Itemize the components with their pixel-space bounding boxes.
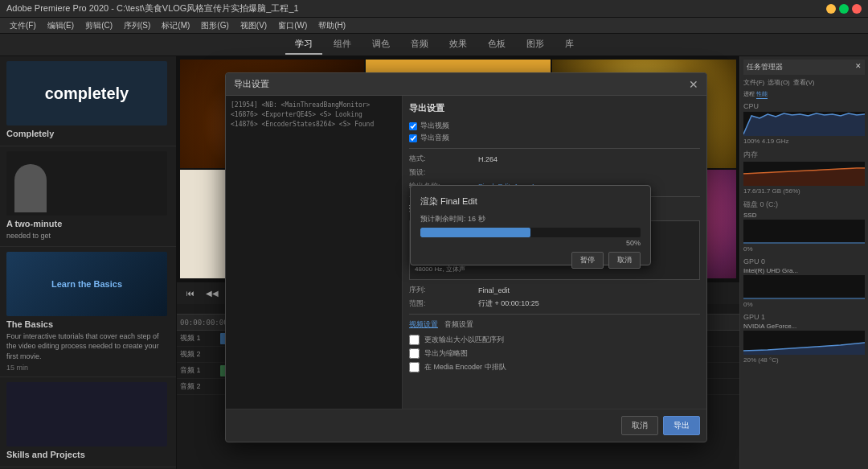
task-menu-file[interactable]: 文件(F) (743, 78, 764, 87)
card-completely-image: completely (6, 61, 167, 125)
export-section-title: 导出设置 (409, 102, 700, 114)
export-range-value: 行进 + 00:00:10:25 (478, 298, 700, 309)
task-manager-title-bar: 任务管理器 ✕ (743, 60, 865, 75)
track-label-v2: 视频 2 (180, 349, 220, 360)
task-manager-title: 任务管理器 (747, 62, 783, 72)
task-gpu1-label: GPU 1 (743, 313, 865, 321)
track-label-v1: 视频 1 (180, 333, 220, 344)
export-checkbox1[interactable] (409, 335, 420, 345)
task-section-disk: 磁盘 0 (C:) SSD 0% (743, 200, 865, 253)
progress-percent: 50% (420, 239, 641, 247)
export-tab-video[interactable]: 视频设置 (409, 319, 438, 330)
menu-help[interactable]: 帮助(H) (313, 19, 350, 33)
tab-graphics[interactable]: 图形 (517, 35, 554, 55)
tab-effects[interactable]: 效果 (440, 35, 477, 55)
menu-bar: 文件(F) 编辑(E) 剪辑(C) 序列(S) 标记(M) 图形(G) 视图(V… (0, 18, 868, 34)
learn-card-completely[interactable]: completely Completely (0, 56, 176, 146)
menu-view[interactable]: 视图(V) (235, 19, 272, 33)
svg-marker-1 (743, 168, 865, 186)
export-checkbox-row3: 在 Media Encoder 中排队 (409, 362, 700, 372)
task-manager-close-icon[interactable]: ✕ (855, 62, 862, 72)
task-cpu-label: CPU (743, 102, 865, 110)
title-bar-title: Adobe Premiere Pro 2020 - C:\test\美食VLOG… (6, 2, 299, 14)
progress-bar-fill (420, 228, 530, 237)
task-disk-label: 磁盘 0 (C:) (743, 200, 865, 210)
export-export-button[interactable]: 导出 (663, 416, 700, 435)
progress-cancel-button[interactable]: 取消 (608, 252, 641, 269)
card-skills-image (6, 382, 167, 446)
export-video-checkbox-row: 导出视频 (409, 121, 700, 131)
task-tabs: 进程 性能 (743, 90, 865, 99)
export-checkbox2[interactable] (409, 348, 420, 359)
task-menu-options[interactable]: 选项(O) (768, 78, 790, 87)
menu-window[interactable]: 窗口(W) (273, 19, 312, 33)
export-dialog-titlebar: 导出设置 ✕ (226, 73, 706, 96)
play-to-start-button[interactable]: ⏮ (183, 287, 198, 299)
menu-markers[interactable]: 标记(M) (157, 19, 194, 33)
cpu-graph-svg (743, 112, 865, 136)
menu-graphics[interactable]: 图形(G) (196, 19, 233, 33)
export-log-text: [21954] <NB: <MainThreadBangMonitor> <16… (231, 101, 397, 130)
export-video-label: 导出视频 (420, 121, 449, 131)
export-dialog-close-button[interactable]: ✕ (689, 78, 698, 91)
maximize-button[interactable] (839, 4, 849, 14)
task-section-memory: 内存 17.6/31.7 GB (56%) (743, 150, 865, 195)
export-video-checkbox[interactable] (409, 122, 417, 130)
task-disk-sublabel: SSD (743, 212, 865, 219)
export-button-row: 取消 导出 (226, 409, 706, 442)
export-preset-label: 预设: (409, 167, 473, 178)
learn-card-twominute[interactable]: A two-minute needed to get (0, 146, 176, 247)
task-section-gpu0: GPU 0 Intel(R) UHD Gra... 0% (743, 257, 865, 308)
task-cpu-value: 100% 4.19 GHz (743, 138, 865, 145)
progress-label: 预计剩余时间: 16 秒 (420, 214, 641, 224)
card-basics-title: The Basics (6, 319, 170, 329)
progress-pause-button[interactable]: 暂停 (571, 252, 604, 269)
step-back-button[interactable]: ◀◀ (203, 287, 222, 299)
learn-card-basics[interactable]: Learn the Basics The Basics Four interac… (0, 247, 176, 378)
export-checkbox3[interactable] (409, 362, 420, 372)
minimize-button[interactable] (826, 4, 836, 14)
card-basics-duration: 15 min (6, 364, 170, 372)
task-menu-view[interactable]: 查看(V) (793, 78, 815, 87)
task-disk-graph (743, 220, 865, 244)
tab-assembly[interactable]: 组件 (324, 35, 361, 55)
gpu0-graph-svg (743, 275, 865, 299)
tab-learn[interactable]: 学习 (285, 35, 322, 55)
task-section-gpu1: GPU 1 NVIDIA GeForce... 20% (48 °C) (743, 313, 865, 364)
task-section-cpu: CPU 100% 4.19 GHz (743, 102, 865, 145)
learn-card-skills[interactable]: Skills and Projects (0, 377, 176, 467)
export-range-row: 范围: 行进 + 00:00:10:25 (409, 298, 700, 309)
menu-edit[interactable]: 编辑(E) (43, 19, 79, 33)
export-cancel-button[interactable]: 取消 (621, 416, 658, 435)
task-gpu0-label: GPU 0 (743, 257, 865, 265)
export-audio-checkbox[interactable] (409, 134, 417, 142)
export-audio-label: 导出音频 (420, 133, 449, 143)
tab-audio[interactable]: 音频 (401, 35, 438, 55)
progress-dialog-title: 渲染 Final Edit (420, 195, 641, 208)
export-log: [21954] <NB: <MainThreadBangMonitor> <16… (226, 96, 403, 409)
tab-color[interactable]: 调色 (362, 35, 399, 55)
task-gpu0-value: 0% (743, 301, 865, 308)
disk-graph-svg (743, 220, 865, 244)
menu-sequence[interactable]: 序列(S) (119, 19, 155, 33)
task-tab-performance[interactable]: 性能 (756, 90, 768, 99)
gpu1-graph-svg (743, 331, 865, 355)
close-button[interactable] (852, 4, 862, 14)
menu-clip[interactable]: 剪辑(C) (80, 19, 117, 33)
person-silhouette (14, 164, 47, 212)
export-source-row: 序列: Final_edit (409, 285, 700, 295)
menu-file[interactable]: 文件(F) (5, 19, 41, 33)
task-manager-menu: 文件(F) 选项(O) 查看(V) (743, 78, 865, 87)
progress-dialog: 渲染 Final Edit 预计剩余时间: 16 秒 50% 暂停 取消 (410, 185, 651, 265)
task-tab-processes[interactable]: 进程 (743, 90, 755, 99)
card-completely-title: Completely (6, 129, 170, 138)
export-audio-checkbox-row: 导出音频 (409, 133, 700, 143)
export-tab-audio[interactable]: 音频设置 (444, 319, 473, 330)
task-gpu1-value: 20% (48 °C) (743, 356, 865, 364)
export-tabs-row: 视频设置 音频设置 (409, 319, 700, 330)
card-twominute-desc: needed to get (6, 231, 170, 241)
export-divider1 (409, 148, 700, 149)
tab-library[interactable]: 库 (555, 35, 583, 55)
card-basics-desc: Four interactive tutorials that cover ea… (6, 331, 170, 362)
tab-palette[interactable]: 色板 (478, 35, 515, 55)
